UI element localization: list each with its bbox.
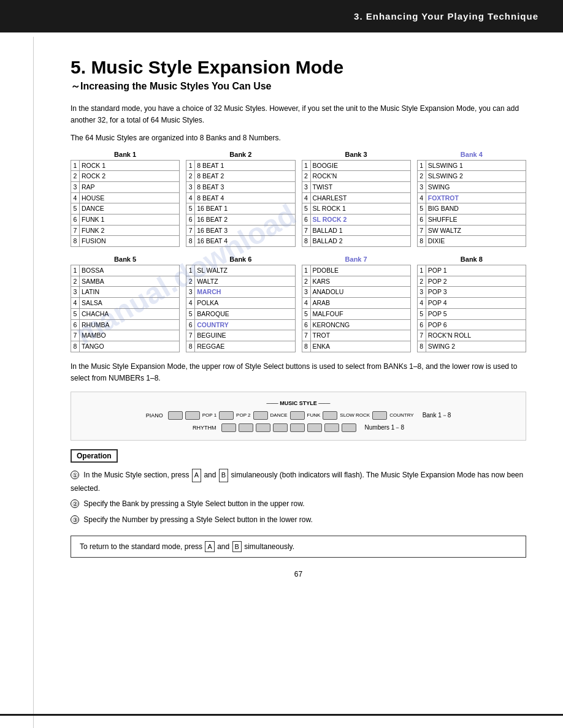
row-name: KARS: [310, 276, 410, 287]
table-row: 18 BEAT 1: [186, 160, 295, 171]
row-name: BOOGIE: [310, 160, 410, 171]
row-num: 5: [71, 308, 80, 319]
section-title: 5. Music Style Expansion Mode: [71, 57, 526, 78]
row-num: 5: [302, 308, 310, 319]
table-row: 2SLSWING 2: [417, 171, 526, 182]
row-num: 1: [302, 265, 310, 276]
bank-title-6: Bank 6: [186, 256, 295, 263]
table-row: 38 BEAT 3: [186, 181, 295, 192]
intro-para-1: In the standard mode, you have a choice …: [71, 103, 526, 126]
operation-step-2: ② Specify the Bank by pressing a Style S…: [71, 498, 526, 511]
row-name: PDOBLE: [310, 265, 410, 276]
row-name: RHUMBA: [80, 319, 180, 330]
row-name: CHARLEST: [310, 192, 410, 203]
row-num: 4: [417, 298, 426, 309]
row-num: 5: [417, 203, 426, 214]
row-name: 8 BEAT 3: [195, 181, 295, 192]
operation-label: Operation: [71, 449, 118, 463]
table-row: 7MAMBO: [71, 330, 180, 341]
row-num: 2: [71, 276, 80, 287]
row-name: 8 BEAT 1: [195, 160, 295, 171]
row-num: 1: [71, 160, 80, 171]
row-name: 8 BEAT 2: [195, 171, 295, 182]
row-num: 3: [186, 287, 195, 298]
row-num: 7: [417, 330, 426, 341]
row-num: 2: [417, 276, 426, 287]
bank-3: Bank 31BOOGIE2ROCK'N3TWIST4CHARLEST5SL R…: [302, 151, 411, 248]
row-name: ENKA: [310, 341, 410, 352]
table-row: 4POLKA: [186, 298, 295, 309]
table-row: 5POP 5: [417, 308, 526, 319]
row-name: WALTZ: [195, 276, 295, 287]
row-name: LATIN: [80, 287, 180, 298]
row-name: MARCH: [195, 287, 295, 298]
table-row: 2ROCK'N: [302, 171, 410, 182]
row-num: 3: [71, 287, 80, 298]
row-name: SL ROCK 1: [310, 203, 410, 214]
row-name: DANCE: [80, 203, 180, 214]
table-row: 2SAMBA: [71, 276, 180, 287]
table-row: 2POP 2: [417, 276, 526, 287]
row-name: SW WALTZ: [426, 225, 526, 236]
row-num: 8: [417, 236, 426, 247]
row-name: COUNTRY: [195, 319, 295, 330]
row-name: ROCK'N: [310, 171, 410, 182]
row-name: CHACHA: [80, 308, 180, 319]
table-row: 28 BEAT 2: [186, 171, 295, 182]
row-num: 7: [302, 330, 310, 341]
row-name: TANGO: [80, 341, 180, 352]
table-row: 1SL WALTZ: [186, 265, 295, 276]
operation-step-3: ③ Specify the Number by pressing a Style…: [71, 514, 526, 527]
table-row: 3MARCH: [186, 287, 295, 298]
row-num: 6: [302, 214, 310, 226]
bank-title-5: Bank 5: [71, 256, 180, 263]
table-row: 3TWIST: [302, 181, 410, 192]
row-name: BIG BAND: [426, 203, 526, 214]
operation-list: ① In the Music Style section, press A an…: [71, 469, 526, 527]
row-num: 5: [186, 308, 195, 319]
row-name: ROCK 2: [80, 171, 180, 182]
row-num: 1: [186, 265, 195, 276]
table-row: 1ROCK 1: [71, 160, 180, 171]
table-row: 4CHARLEST: [302, 192, 410, 203]
row-num: 8: [186, 236, 195, 247]
row-num: 4: [71, 298, 80, 309]
bank-title-4: Bank 4: [417, 151, 526, 158]
banks-row2: Bank 51BOSSA2SAMBA3LATIN4SALSA5CHACHA6RH…: [71, 256, 526, 352]
table-row: 6POP 6: [417, 319, 526, 330]
bank-title-1: Bank 1: [71, 151, 180, 158]
row-name: ANADOLU: [310, 287, 410, 298]
table-row: 5CHACHA: [71, 308, 180, 319]
table-row: 3RAP: [71, 181, 180, 192]
row-num: 5: [417, 308, 426, 319]
row-num: 1: [186, 160, 195, 171]
row-num: 6: [71, 214, 80, 226]
row-name: POP 5: [426, 308, 526, 319]
row-name: SL WALTZ: [195, 265, 295, 276]
kbd-upper-row: PIANO POP 1 POP 2 DANCE FUNK SLOW ROCK C…: [146, 411, 451, 420]
row-num: 4: [71, 192, 80, 203]
table-row: 3POP 3: [417, 287, 526, 298]
row-name: BAROQUE: [195, 308, 295, 319]
table-row: 1BOSSA: [71, 265, 180, 276]
row-name: RAP: [80, 181, 180, 192]
table-row: 1BOOGIE: [302, 160, 410, 171]
table-row: 3SWING: [417, 181, 526, 192]
row-num: 6: [417, 319, 426, 330]
table-row: 8TANGO: [71, 341, 180, 352]
row-name: 16 BEAT 3: [195, 225, 295, 236]
row-name: POLKA: [195, 298, 295, 309]
row-num: 6: [186, 319, 195, 330]
table-row: 8DIXIE: [417, 236, 526, 247]
row-name: BOSSA: [80, 265, 180, 276]
row-name: KERONCNG: [310, 319, 410, 330]
row-num: 8: [417, 341, 426, 352]
row-num: 3: [71, 181, 80, 192]
row-name: BALLAD 1: [310, 225, 410, 236]
row-name: SHUFFLE: [426, 214, 526, 226]
kbd-lower-row: RHYTHM Numbers 1－8: [193, 423, 404, 432]
table-row: 2KARS: [302, 276, 410, 287]
row-num: 4: [186, 298, 195, 309]
table-row: 4SALSA: [71, 298, 180, 309]
row-num: 7: [71, 330, 80, 341]
